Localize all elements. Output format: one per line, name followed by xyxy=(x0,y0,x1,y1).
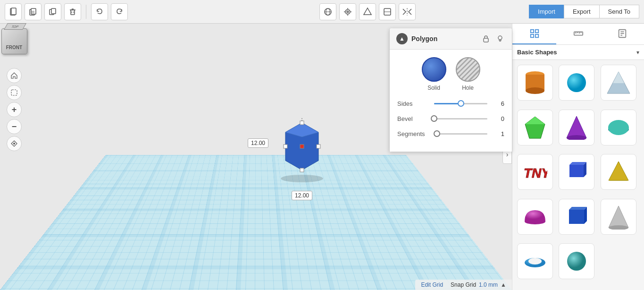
snap-grid-value[interactable]: 1.0 mm xyxy=(479,281,498,288)
view-shape-button[interactable] xyxy=(359,3,376,20)
shape-item-sphere2[interactable] xyxy=(559,243,594,279)
dimension-height-label: 12.00 xyxy=(292,191,312,200)
shape-item-halfsphere[interactable] xyxy=(517,199,553,235)
bevel-slider[interactable] xyxy=(434,114,487,123)
plus-icon: + xyxy=(12,105,17,114)
shape-item-torus[interactable] xyxy=(517,243,553,279)
segments-slider[interactable] xyxy=(434,129,487,138)
polygon-shape-svg xyxy=(274,118,330,184)
segments-track xyxy=(434,133,487,135)
svg-rect-44 xyxy=(530,34,533,37)
shapes-header: Basic Shapes Letters Numbers Math ▾ xyxy=(512,45,644,60)
svg-marker-62 xyxy=(525,117,545,124)
svg-rect-45 xyxy=(535,34,538,37)
sides-fill xyxy=(434,103,461,104)
view-cube[interactable]: TOP FRONT xyxy=(0,28,31,62)
svg-rect-38 xyxy=(484,38,488,42)
view-mirror-button[interactable] xyxy=(399,3,416,20)
sendto-button[interactable]: Send To xyxy=(599,5,639,18)
svg-point-81 xyxy=(567,252,586,271)
hole-type-button[interactable]: Hole xyxy=(456,57,480,91)
paste-button[interactable] xyxy=(25,3,42,20)
snap-grid-label: Snap Grid xyxy=(451,281,476,288)
shape-item-cone2[interactable] xyxy=(601,199,636,235)
main-content: TOP FRONT + − xyxy=(0,24,644,290)
shape-item-box2[interactable] xyxy=(559,199,594,235)
sides-slider[interactable] xyxy=(434,99,487,108)
panel-body: Solid Hole Sides 6 xyxy=(390,50,512,152)
bevel-row: Bevel 0 xyxy=(397,114,504,123)
svg-marker-72 xyxy=(609,162,628,180)
redo-button[interactable] xyxy=(111,3,128,20)
shapes-category-dropdown[interactable]: Basic Shapes Letters Numbers Math xyxy=(517,49,636,56)
shape-item-text3d[interactable]: TNY xyxy=(517,154,553,190)
shape-item-sphere[interactable] xyxy=(559,65,594,101)
shape-item-box[interactable] xyxy=(559,154,594,190)
hole-icon xyxy=(456,57,480,82)
zoom-in-button[interactable]: + xyxy=(7,102,22,117)
svg-marker-60 xyxy=(613,72,624,83)
grid-background xyxy=(0,155,512,290)
shape-container[interactable]: 12.00 12.00 xyxy=(274,118,330,186)
svg-marker-74 xyxy=(569,210,584,224)
svg-marker-69 xyxy=(569,162,586,165)
sides-label: Sides xyxy=(397,100,430,107)
svg-rect-32 xyxy=(300,145,304,148)
tab-ruler[interactable] xyxy=(556,24,600,44)
sides-track xyxy=(434,103,487,104)
snap-grid-row: Snap Grid 1.0 mm ▲ xyxy=(451,281,506,288)
solid-type-button[interactable]: Solid xyxy=(422,57,446,91)
svg-marker-63 xyxy=(567,116,586,138)
viewport-footer: Edit Grid Snap Grid 1.0 mm ▲ xyxy=(415,280,512,290)
shape-item-pyramid[interactable] xyxy=(601,154,636,190)
import-button[interactable]: Import xyxy=(529,5,564,18)
home-view-button[interactable] xyxy=(7,68,22,83)
svg-marker-77 xyxy=(609,206,628,228)
svg-point-27 xyxy=(13,143,15,145)
panel-title: Polygon xyxy=(411,35,477,43)
svg-rect-1 xyxy=(11,8,16,15)
undo-button[interactable] xyxy=(91,3,108,20)
dropdown-arrow-icon: ▾ xyxy=(636,49,639,56)
delete-button[interactable] xyxy=(64,3,81,20)
tab-grid[interactable] xyxy=(512,24,556,44)
snap-grid-arrow-icon: ▲ xyxy=(501,281,506,288)
bevel-value: 0 xyxy=(491,115,504,122)
shape-item-gem[interactable] xyxy=(517,110,553,145)
panel-collapse-button[interactable]: ▲ xyxy=(396,33,408,44)
right-panel-tabs xyxy=(512,24,644,45)
panel-light-button[interactable] xyxy=(495,34,505,44)
edit-grid-label[interactable]: Edit Grid xyxy=(421,281,443,288)
sides-thumb[interactable] xyxy=(458,100,464,107)
top-nav-group: Import Export Send To xyxy=(529,5,639,18)
solid-icon xyxy=(422,57,446,82)
left-sidebar: TOP FRONT + − xyxy=(0,24,28,151)
shape-item-cone[interactable] xyxy=(559,110,594,145)
solid-label: Solid xyxy=(427,85,440,91)
zoom-out-button[interactable]: − xyxy=(7,119,22,134)
panel-lock-button[interactable] xyxy=(481,34,491,44)
segments-thumb[interactable] xyxy=(434,130,440,137)
select-view-button[interactable] xyxy=(7,85,22,100)
shape-item-cylinder[interactable] xyxy=(517,65,553,101)
view-cube-inner: TOP FRONT xyxy=(1,28,27,54)
bevel-thumb[interactable] xyxy=(431,115,437,122)
sides-row: Sides 6 xyxy=(397,99,504,108)
view-perspective-button[interactable] xyxy=(319,3,336,20)
svg-point-28 xyxy=(281,175,323,182)
view-solid-button[interactable] xyxy=(379,3,396,20)
view-light-button[interactable] xyxy=(339,3,356,20)
svg-point-66 xyxy=(608,120,629,135)
fit-view-button[interactable] xyxy=(7,136,22,151)
duplicate-button[interactable] xyxy=(44,3,61,20)
new-button[interactable] xyxy=(5,3,22,20)
sides-value: 6 xyxy=(491,100,504,107)
svg-rect-31 xyxy=(300,121,304,125)
svg-rect-7 xyxy=(51,9,56,14)
svg-point-80 xyxy=(528,258,542,264)
segments-value: 1 xyxy=(491,130,504,137)
export-button[interactable]: Export xyxy=(564,5,599,18)
shape-item-bump[interactable] xyxy=(601,110,636,145)
shape-item-mountain[interactable] xyxy=(601,65,636,101)
tab-notes[interactable] xyxy=(600,24,644,44)
